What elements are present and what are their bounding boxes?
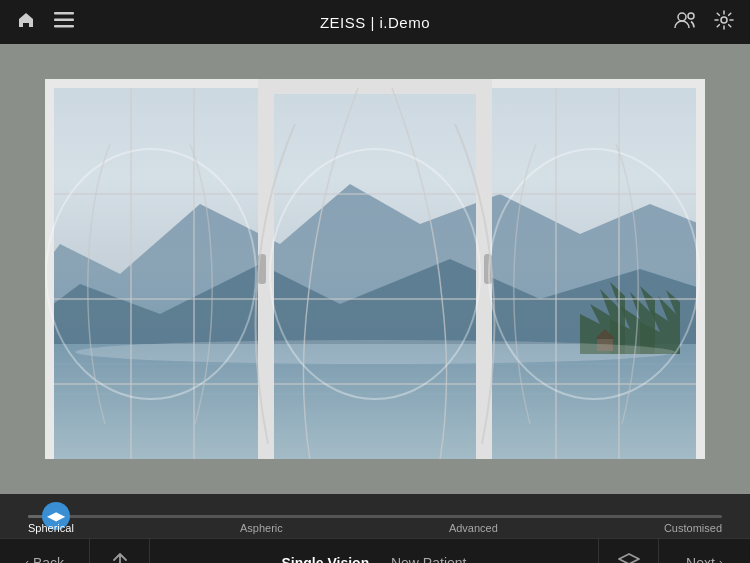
svg-rect-43: [0, 44, 750, 79]
layers-button[interactable]: [598, 539, 658, 564]
svg-point-5: [721, 17, 727, 23]
slider-arrows-icon: ◀▶: [47, 509, 65, 523]
svg-rect-44: [0, 459, 750, 494]
layers-icon: [618, 553, 640, 564]
window-scene: [0, 44, 750, 494]
upload-button[interactable]: [90, 539, 150, 564]
back-chevron-icon: ‹: [25, 556, 29, 564]
slider-label-aspheric: Aspheric: [240, 522, 283, 534]
svg-rect-0: [54, 12, 74, 15]
svg-point-4: [688, 13, 694, 19]
slider-track[interactable]: ◀▶: [28, 515, 722, 518]
menu-icon[interactable]: [54, 12, 74, 33]
top-bar-left: [16, 10, 96, 35]
window-frame-svg: [0, 44, 750, 494]
patient-label: New Patient: [391, 555, 466, 564]
next-button[interactable]: Next ›: [658, 539, 750, 564]
slider-bar: ◀▶ Spherical Aspheric Advanced Customise…: [0, 494, 750, 538]
slider-label-customised: Customised: [664, 522, 722, 534]
next-label: Next: [686, 555, 715, 564]
svg-rect-41: [0, 44, 45, 494]
svg-point-40: [489, 149, 699, 399]
app-title: ZEISS | i.Demo: [320, 14, 430, 31]
svg-rect-42: [705, 44, 750, 494]
upload-icon: [109, 552, 131, 564]
back-label: Back: [33, 555, 64, 564]
home-icon[interactable]: [16, 10, 36, 35]
bottom-bar: ‹ Back Single Vision — New Patient Next …: [0, 538, 750, 563]
svg-point-39: [270, 149, 480, 399]
patient-label-separator: —: [373, 555, 391, 564]
slider-label-spherical: Spherical: [28, 522, 74, 534]
bottom-title: Single Vision — New Patient: [150, 555, 598, 564]
back-button[interactable]: ‹ Back: [0, 539, 90, 564]
top-bar: ZEISS | i.Demo: [0, 0, 750, 44]
svg-rect-1: [54, 18, 74, 21]
svg-point-38: [46, 149, 256, 399]
users-icon[interactable]: [674, 11, 696, 34]
slider-label-advanced: Advanced: [449, 522, 498, 534]
settings-icon[interactable]: [714, 10, 734, 35]
top-bar-right: [654, 10, 734, 35]
svg-rect-2: [54, 25, 74, 28]
lens-type-label: Single Vision: [282, 555, 370, 564]
next-chevron-icon: ›: [719, 556, 723, 564]
slider-labels: Spherical Aspheric Advanced Customised: [28, 522, 722, 534]
svg-point-3: [678, 13, 686, 21]
svg-rect-19: [45, 79, 705, 469]
main-content: [0, 44, 750, 494]
